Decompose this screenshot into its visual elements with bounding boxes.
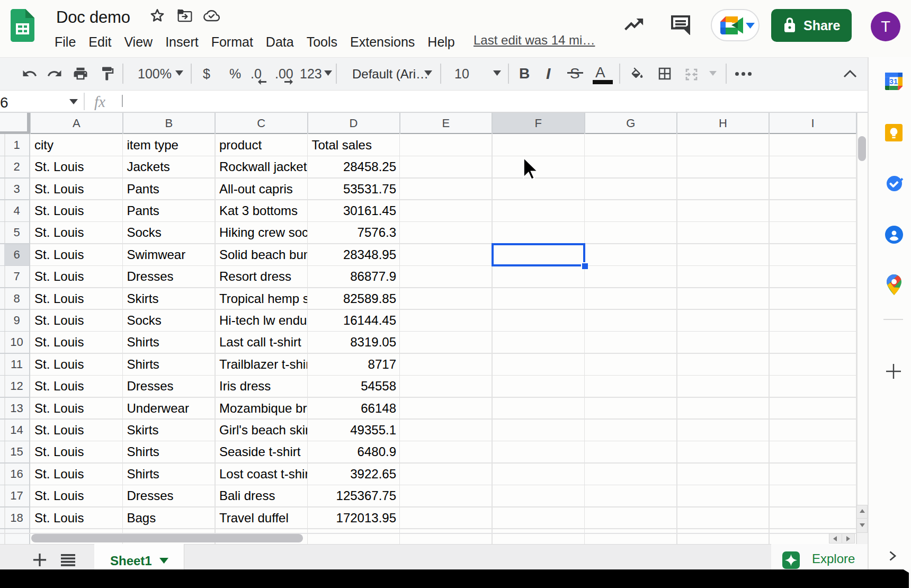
svg-text:31: 31 [889, 77, 898, 86]
